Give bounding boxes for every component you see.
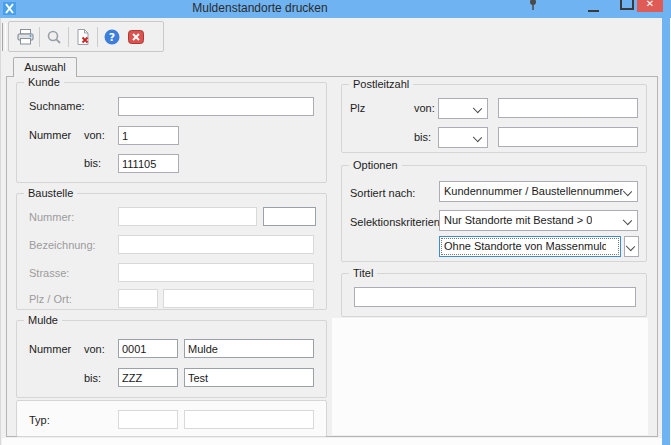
mulde-von-nummer-input[interactable] [118,339,178,358]
minimize-button[interactable] [588,10,599,12]
empty-panel [332,318,648,435]
strasse-label: Strasse: [29,267,69,279]
plz-von-label: von: [414,102,435,114]
window-title: Muldenstandorte drucken [180,1,340,15]
baustelle-nummer-label: Nummer: [29,211,74,223]
cancel-document-icon [75,29,91,45]
tab-label: Auswahl [24,61,66,73]
kunde-bis-label: bis: [84,157,101,169]
suchname-label: Suchname: [29,100,85,112]
selektionskriterien-value-1: Nur Standorte mit Bestand > 0 [444,214,592,226]
toolbar-separator [39,27,40,47]
sortiert-nach-combobox[interactable]: Kundennummer / Baustellennummer [439,181,638,202]
chevron-down-icon [473,104,482,113]
sortiert-nach-label: Sortiert nach: [350,187,415,199]
group-baustelle-title: Baustelle [24,187,77,199]
cancel-document-button[interactable] [71,25,95,49]
typ-name-input[interactable] [184,410,314,429]
app-icon [3,1,16,14]
group-mulde-title: Mulde [24,314,62,326]
pin-icon[interactable] [528,0,538,15]
plz-bis-combobox[interactable] [438,127,488,148]
mulde-bis-label: bis: [84,372,101,384]
group-optionen-title: Optionen [349,159,402,171]
selektionskriterien-combobox-2-dropdown-button[interactable] [624,236,639,257]
baustelle-plz-input[interactable] [118,289,158,308]
chevron-down-icon [473,133,482,142]
close-window-button[interactable]: ✕ [637,0,663,12]
plz-von-combobox[interactable] [438,98,488,119]
group-titel: Titel [341,273,647,317]
mulde-bis-name-input[interactable] [184,368,314,387]
tab-auswahl[interactable]: Auswahl [13,57,77,77]
title-bar: Muldenstandorte drucken ✕ [0,0,671,18]
printer-icon [17,29,34,45]
selektionskriterien-value-2: Ohne Standorte von Massenmulden [444,240,606,252]
chevron-down-icon [623,187,632,196]
plz-von-input[interactable] [498,98,638,118]
group-postleitzahl-title: Postleitzahl [349,78,413,90]
group-postleitzahl: Postleitzahl Plz von: bis: [341,84,647,153]
mulde-von-label: von: [84,343,105,355]
plz-bis-label: bis: [414,131,431,143]
maximize-button[interactable] [620,0,634,10]
baustelle-nummer-input[interactable] [118,207,257,226]
kunde-nummer-bis-input[interactable] [118,154,179,173]
kunde-nummer-label: Nummer [29,129,71,141]
typ-label: Typ: [29,414,50,426]
chevron-down-icon [626,242,635,251]
group-typ: Typ: [16,400,327,437]
group-kunde-title: Kunde [24,76,64,88]
window-border-right [662,18,670,445]
group-baustelle: Baustelle Nummer: Bezeichnung: Strasse: … [16,193,327,310]
bezeichnung-label: Bezeichnung: [29,239,96,251]
toolbar-gripper[interactable] [2,23,6,51]
svg-text:?: ? [109,31,115,44]
mulde-von-name-input[interactable] [184,339,314,358]
sortiert-nach-value: Kundennummer / Baustellennummer [444,185,623,197]
titel-input[interactable] [354,287,636,307]
dialog-window: Muldenstandorte drucken ✕ ? Auswahl [0,0,671,445]
selektionskriterien-combobox-1[interactable]: Nur Standorte mit Bestand > 0 [439,210,638,231]
toolbar-separator [97,27,98,47]
chevron-down-icon [623,216,632,225]
dialog-footer-strip [2,438,662,445]
help-button[interactable]: ? [100,25,124,49]
mulde-bis-nummer-input[interactable] [118,368,178,387]
group-kunde: Kunde Suchname: Nummer von: bis: [16,82,327,183]
mulde-nummer-label: Nummer [29,343,71,355]
plz-ort-label: Plz / Ort: [29,293,72,305]
toolbar: ? [8,21,164,52]
group-titel-title: Titel [349,267,377,279]
exit-icon [128,29,144,45]
toolbar-separator [68,27,69,47]
selektionskriterien-combobox-2[interactable]: Ohne Standorte von Massenmulden [439,236,621,257]
baustelle-ort-input[interactable] [163,289,314,308]
plz-bis-input[interactable] [498,127,638,147]
bezeichnung-input[interactable] [118,235,314,254]
suchname-input[interactable] [118,97,314,116]
plz-label: Plz [350,102,365,114]
group-mulde: Mulde Nummer von: bis: [16,320,327,398]
typ-input[interactable] [118,410,178,429]
kunde-von-label: von: [84,129,105,141]
baustelle-nummer-suffix-input[interactable] [263,207,316,226]
print-preview-button[interactable] [42,25,66,49]
search-icon [46,29,62,45]
group-optionen: Optionen Sortiert nach: Kundennummer / B… [341,165,647,262]
help-icon: ? [104,29,120,45]
selektionskriterien-label: Selektionskriterien: [350,216,443,228]
print-button[interactable] [13,25,37,49]
kunde-nummer-von-input[interactable] [118,126,179,145]
exit-button[interactable] [124,25,148,49]
strasse-input[interactable] [118,263,314,282]
